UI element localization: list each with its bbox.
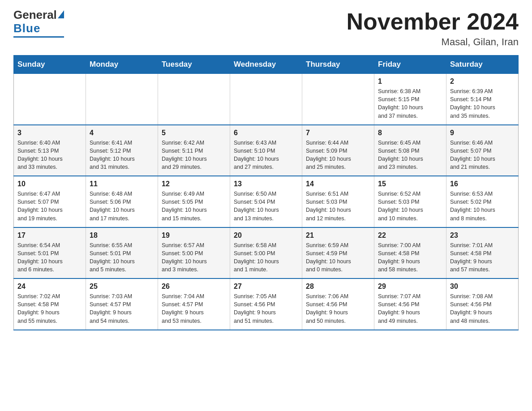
day-header-thursday: Thursday — [302, 56, 374, 74]
day-number: 18 — [90, 231, 154, 240]
day-info: Sunrise: 6:49 AM Sunset: 5:05 PM Dayligh… — [162, 190, 226, 223]
day-info: Sunrise: 6:39 AM Sunset: 5:14 PM Dayligh… — [450, 87, 515, 120]
day-number: 12 — [162, 180, 226, 188]
calendar-cell: 24Sunrise: 7:02 AM Sunset: 4:58 PM Dayli… — [14, 278, 86, 330]
calendar-cell — [14, 74, 86, 125]
day-number: 7 — [306, 129, 370, 137]
calendar-cell: 23Sunrise: 7:01 AM Sunset: 4:58 PM Dayli… — [446, 227, 519, 279]
day-info: Sunrise: 7:00 AM Sunset: 4:58 PM Dayligh… — [378, 241, 442, 274]
day-info: Sunrise: 6:48 AM Sunset: 5:06 PM Dayligh… — [90, 190, 154, 223]
title-area: November 2024 Masal, Gilan, Iran — [347, 9, 519, 48]
day-info: Sunrise: 7:03 AM Sunset: 4:57 PM Dayligh… — [90, 292, 154, 325]
day-number: 30 — [450, 283, 515, 291]
day-number: 19 — [162, 231, 226, 240]
calendar-cell: 13Sunrise: 6:50 AM Sunset: 5:04 PM Dayli… — [230, 176, 302, 227]
day-number: 17 — [17, 231, 82, 240]
day-header-monday: Monday — [86, 56, 158, 74]
day-number: 25 — [90, 283, 154, 291]
calendar-cell: 30Sunrise: 7:08 AM Sunset: 4:56 PM Dayli… — [446, 278, 519, 330]
day-number: 15 — [378, 180, 442, 188]
day-info: Sunrise: 6:57 AM Sunset: 5:00 PM Dayligh… — [162, 241, 226, 274]
day-info: Sunrise: 6:42 AM Sunset: 5:11 PM Dayligh… — [162, 139, 226, 171]
calendar-cell: 9Sunrise: 6:46 AM Sunset: 5:07 PM Daylig… — [446, 125, 519, 176]
calendar-table: SundayMondayTuesdayWednesdayThursdayFrid… — [13, 55, 519, 330]
calendar-week-row: 17Sunrise: 6:54 AM Sunset: 5:01 PM Dayli… — [14, 227, 519, 279]
calendar-cell: 18Sunrise: 6:55 AM Sunset: 5:01 PM Dayli… — [86, 227, 158, 279]
day-info: Sunrise: 6:52 AM Sunset: 5:03 PM Dayligh… — [378, 190, 442, 223]
calendar-week-row: 24Sunrise: 7:02 AM Sunset: 4:58 PM Dayli… — [14, 278, 519, 330]
day-info: Sunrise: 6:45 AM Sunset: 5:08 PM Dayligh… — [378, 139, 442, 171]
day-number: 21 — [306, 231, 370, 240]
day-number: 26 — [162, 283, 226, 291]
calendar-cell: 2Sunrise: 6:39 AM Sunset: 5:14 PM Daylig… — [446, 74, 519, 125]
day-number: 2 — [450, 77, 515, 86]
day-info: Sunrise: 6:38 AM Sunset: 5:15 PM Dayligh… — [378, 87, 442, 120]
day-info: Sunrise: 7:08 AM Sunset: 4:56 PM Dayligh… — [450, 292, 515, 325]
day-info: Sunrise: 7:07 AM Sunset: 4:56 PM Dayligh… — [378, 292, 442, 325]
day-number: 1 — [378, 77, 442, 86]
day-header-wednesday: Wednesday — [230, 56, 302, 74]
day-info: Sunrise: 6:50 AM Sunset: 5:04 PM Dayligh… — [234, 190, 298, 223]
calendar-cell: 21Sunrise: 6:59 AM Sunset: 4:59 PM Dayli… — [302, 227, 374, 279]
day-number: 4 — [90, 129, 154, 137]
day-info: Sunrise: 6:55 AM Sunset: 5:01 PM Dayligh… — [90, 241, 154, 274]
day-number: 8 — [378, 129, 442, 137]
calendar-cell: 28Sunrise: 7:06 AM Sunset: 4:56 PM Dayli… — [302, 278, 374, 330]
calendar-week-row: 10Sunrise: 6:47 AM Sunset: 5:07 PM Dayli… — [14, 176, 519, 227]
day-number: 24 — [17, 283, 82, 291]
day-number: 28 — [306, 283, 370, 291]
day-number: 16 — [450, 180, 515, 188]
calendar-cell: 22Sunrise: 7:00 AM Sunset: 4:58 PM Dayli… — [374, 227, 446, 279]
day-info: Sunrise: 6:59 AM Sunset: 4:59 PM Dayligh… — [306, 241, 370, 274]
location-subtitle: Masal, Gilan, Iran — [347, 36, 519, 48]
calendar-cell — [158, 74, 230, 125]
logo: General Blue — [13, 9, 64, 38]
calendar-cell — [86, 74, 158, 125]
day-info: Sunrise: 7:02 AM Sunset: 4:58 PM Dayligh… — [17, 292, 82, 325]
day-info: Sunrise: 7:06 AM Sunset: 4:56 PM Dayligh… — [306, 292, 370, 325]
day-number: 14 — [306, 180, 370, 188]
day-number: 9 — [450, 129, 515, 137]
calendar-cell: 29Sunrise: 7:07 AM Sunset: 4:56 PM Dayli… — [374, 278, 446, 330]
day-number: 27 — [234, 283, 298, 291]
calendar-cell: 15Sunrise: 6:52 AM Sunset: 5:03 PM Dayli… — [374, 176, 446, 227]
logo-underline — [13, 36, 64, 38]
day-header-saturday: Saturday — [446, 56, 519, 74]
day-info: Sunrise: 6:53 AM Sunset: 5:02 PM Dayligh… — [450, 190, 515, 223]
day-info: Sunrise: 7:04 AM Sunset: 4:57 PM Dayligh… — [162, 292, 226, 325]
calendar-cell: 19Sunrise: 6:57 AM Sunset: 5:00 PM Dayli… — [158, 227, 230, 279]
day-header-tuesday: Tuesday — [158, 56, 230, 74]
day-number: 11 — [90, 180, 154, 188]
page-header: General Blue November 2024 Masal, Gilan,… — [13, 9, 519, 48]
day-info: Sunrise: 6:44 AM Sunset: 5:09 PM Dayligh… — [306, 139, 370, 171]
day-info: Sunrise: 6:40 AM Sunset: 5:13 PM Dayligh… — [17, 139, 82, 171]
calendar-cell: 1Sunrise: 6:38 AM Sunset: 5:15 PM Daylig… — [374, 74, 446, 125]
calendar-cell: 14Sunrise: 6:51 AM Sunset: 5:03 PM Dayli… — [302, 176, 374, 227]
calendar-cell: 20Sunrise: 6:58 AM Sunset: 5:00 PM Dayli… — [230, 227, 302, 279]
calendar-cell: 8Sunrise: 6:45 AM Sunset: 5:08 PM Daylig… — [374, 125, 446, 176]
day-number: 22 — [378, 231, 442, 240]
month-title: November 2024 — [347, 9, 519, 34]
day-info: Sunrise: 6:43 AM Sunset: 5:10 PM Dayligh… — [234, 139, 298, 171]
calendar-cell: 17Sunrise: 6:54 AM Sunset: 5:01 PM Dayli… — [14, 227, 86, 279]
calendar-cell: 16Sunrise: 6:53 AM Sunset: 5:02 PM Dayli… — [446, 176, 519, 227]
day-info: Sunrise: 6:46 AM Sunset: 5:07 PM Dayligh… — [450, 139, 515, 171]
day-header-friday: Friday — [374, 56, 446, 74]
calendar-cell: 26Sunrise: 7:04 AM Sunset: 4:57 PM Dayli… — [158, 278, 230, 330]
calendar-cell: 11Sunrise: 6:48 AM Sunset: 5:06 PM Dayli… — [86, 176, 158, 227]
calendar-cell: 25Sunrise: 7:03 AM Sunset: 4:57 PM Dayli… — [86, 278, 158, 330]
logo-triangle-icon — [58, 10, 64, 18]
day-number: 3 — [17, 129, 82, 137]
calendar-cell: 12Sunrise: 6:49 AM Sunset: 5:05 PM Dayli… — [158, 176, 230, 227]
day-number: 29 — [378, 283, 442, 291]
day-number: 5 — [162, 129, 226, 137]
logo-general-text: General — [13, 9, 57, 21]
day-info: Sunrise: 6:47 AM Sunset: 5:07 PM Dayligh… — [17, 190, 82, 223]
calendar-cell: 7Sunrise: 6:44 AM Sunset: 5:09 PM Daylig… — [302, 125, 374, 176]
calendar-cell: 5Sunrise: 6:42 AM Sunset: 5:11 PM Daylig… — [158, 125, 230, 176]
day-info: Sunrise: 6:58 AM Sunset: 5:00 PM Dayligh… — [234, 241, 298, 274]
logo-blue-text: Blue — [13, 21, 40, 35]
calendar-week-row: 1Sunrise: 6:38 AM Sunset: 5:15 PM Daylig… — [14, 74, 519, 125]
calendar-cell: 27Sunrise: 7:05 AM Sunset: 4:56 PM Dayli… — [230, 278, 302, 330]
calendar-header-row: SundayMondayTuesdayWednesdayThursdayFrid… — [14, 56, 519, 74]
